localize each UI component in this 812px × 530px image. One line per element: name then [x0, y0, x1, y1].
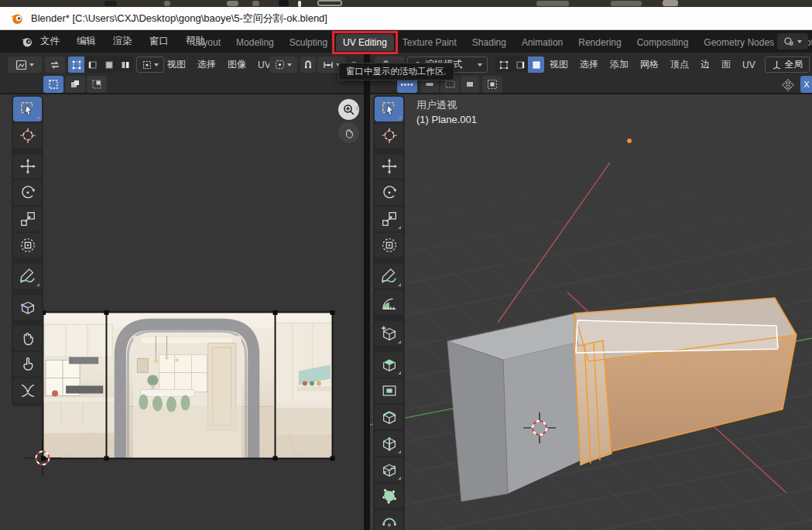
- uv-sticky-selection-dropdown[interactable]: [136, 56, 164, 73]
- tab-uv-editing[interactable]: UV Editing: [336, 34, 394, 51]
- uv-overlay-option-1[interactable]: [43, 76, 63, 92]
- vp-menu-uv[interactable]: UV: [742, 60, 755, 70]
- vp-tool-spin[interactable]: [375, 510, 403, 530]
- edge-select-icon: [515, 60, 526, 70]
- transform-orientation-dropdown[interactable]: 全局: [765, 56, 810, 73]
- vp-tool-annotate[interactable]: [375, 264, 403, 289]
- mirror-x-button[interactable]: X: [800, 76, 812, 92]
- vp-tool-transform[interactable]: [375, 233, 403, 258]
- tab-sculpting[interactable]: Sculpting: [283, 34, 334, 51]
- orientation-label: 全局: [785, 58, 803, 71]
- vp-tool-bevel[interactable]: [375, 405, 403, 429]
- uv-tool-rip-region[interactable]: [13, 295, 42, 320]
- background-glyph: [536, 1, 569, 6]
- tab-geometry-nodes[interactable]: Geometry Nodes: [697, 34, 781, 51]
- vp-menu-mesh[interactable]: 网格: [640, 58, 659, 71]
- viewport-3d-scene: [370, 94, 812, 530]
- edge-select-icon: [87, 60, 98, 70]
- vertex-select-icon: [71, 60, 82, 70]
- uv-tool-cursor[interactable]: [13, 123, 42, 148]
- menu-render[interactable]: 渲染: [113, 35, 132, 48]
- pinch-icon: [19, 382, 36, 399]
- uv-tool-scale[interactable]: [13, 207, 42, 231]
- tab-compositing[interactable]: Compositing: [630, 34, 696, 51]
- measure-ruler-icon: [381, 294, 398, 311]
- vp-tool-rotate[interactable]: [375, 180, 403, 205]
- vp-tool-inset-faces[interactable]: [375, 378, 403, 403]
- vp-tool-measure[interactable]: [375, 290, 403, 315]
- cursor-3d-icon: [381, 127, 398, 144]
- vp-menu-edge[interactable]: 边: [701, 58, 710, 71]
- snap-with-icon: [323, 60, 334, 70]
- menu-window[interactable]: 窗口: [149, 35, 169, 48]
- menu-file[interactable]: 文件: [40, 35, 60, 48]
- vp-tool-scale[interactable]: [375, 207, 403, 231]
- menu-edit[interactable]: 编辑: [77, 35, 96, 48]
- tab-rendering[interactable]: Rendering: [571, 34, 628, 51]
- tab-modeling[interactable]: Modeling: [229, 34, 281, 51]
- viewport-3d-canvas[interactable]: 用户透视 (1) Plane.001: [370, 94, 812, 530]
- uv-menu-select[interactable]: 选择: [197, 58, 216, 71]
- vp-select-edge-button[interactable]: [512, 56, 528, 73]
- uv-select-vertex-button[interactable]: [68, 56, 84, 73]
- uv-editor-canvas[interactable]: ‹: [0, 94, 364, 530]
- vp-tool-poly-build[interactable]: [375, 484, 403, 508]
- uv-menu-image[interactable]: 图像: [228, 58, 246, 71]
- pan-view-button[interactable]: [338, 122, 359, 143]
- tab-shading[interactable]: Shading: [465, 34, 513, 51]
- vp-menu-add[interactable]: 添加: [610, 58, 629, 71]
- vp-tool-move[interactable]: [375, 154, 403, 179]
- vp-tool-extrude-region[interactable]: [375, 352, 403, 377]
- blender-logo-icon: [9, 11, 25, 26]
- uv-tool-move[interactable]: [13, 154, 42, 179]
- uv-overlay-option-3[interactable]: [87, 76, 107, 92]
- tab-animation[interactable]: Animation: [515, 34, 570, 51]
- uv-tool-pinch-brush[interactable]: [13, 378, 42, 403]
- uv-sync-selection-toggle[interactable]: [45, 56, 65, 73]
- cursor-2d-icon: [19, 127, 36, 144]
- editor-splitter[interactable]: [364, 53, 370, 530]
- background-glyph: [663, 0, 678, 6]
- vp-menu-face[interactable]: 面: [721, 58, 731, 71]
- vp-wrapped-option-4[interactable]: [461, 76, 479, 92]
- vp-tool-cursor[interactable]: [375, 123, 403, 148]
- uv-overlay-option-2[interactable]: [65, 76, 85, 92]
- vp-menu-view[interactable]: 视图: [550, 58, 568, 71]
- mirror-icon-button[interactable]: [780, 77, 796, 93]
- uv-tool-rotate[interactable]: [13, 180, 42, 205]
- sidebar-collapse-arrow[interactable]: ‹: [355, 101, 359, 114]
- dashed-rect-icon: [445, 80, 455, 88]
- uv-tool-transform[interactable]: [13, 233, 42, 258]
- title-bar[interactable]: Blender* [C:\Users\CXJ\Desktop\gong\baoy…: [0, 7, 812, 30]
- vp-tool-knife[interactable]: [375, 457, 403, 482]
- mirror-x-label: X: [803, 80, 809, 89]
- uv-menu-view[interactable]: 视图: [167, 58, 186, 71]
- uv-tool-tweak-select[interactable]: [13, 97, 42, 121]
- bar-icon: [425, 81, 434, 87]
- blender-menu-icon[interactable]: [20, 35, 34, 49]
- uv-tool-grab-brush[interactable]: [13, 326, 42, 350]
- uv-tool-annotate[interactable]: [13, 264, 42, 289]
- uv-editor-type-button[interactable]: [8, 56, 42, 73]
- vp-tool-loop-cut[interactable]: [375, 431, 403, 456]
- vp-menu-vertex[interactable]: 顶点: [670, 58, 689, 71]
- vp-select-face-button[interactable]: [528, 56, 544, 73]
- uv-pivot-dropdown[interactable]: [269, 56, 297, 73]
- vp-proportional-falloff-button[interactable]: [482, 76, 502, 92]
- background-glyph: [611, 1, 642, 6]
- pivot-point-icon: [275, 60, 285, 70]
- vp-tool-add-cube[interactable]: [375, 321, 403, 346]
- workspace-tooltip: 窗口中显示的活动工作区.: [338, 63, 454, 80]
- uv-select-island-button[interactable]: [117, 56, 133, 73]
- vp-menu-select[interactable]: 选择: [580, 58, 598, 71]
- vp-select-vertex-button[interactable]: [495, 56, 512, 73]
- tab-layout[interactable]: Layout: [186, 34, 228, 51]
- uv-tool-relax-brush[interactable]: [13, 352, 42, 377]
- vp-tool-tweak-select[interactable]: [375, 97, 403, 121]
- uv-select-edge-button[interactable]: [84, 56, 101, 73]
- scene-selector-button[interactable]: [777, 33, 808, 50]
- tab-texture-paint[interactable]: Texture Paint: [396, 34, 464, 51]
- uv-select-face-button[interactable]: [101, 56, 117, 73]
- uv-snap-toggle[interactable]: [300, 56, 316, 73]
- select-box-icon: [19, 101, 36, 118]
